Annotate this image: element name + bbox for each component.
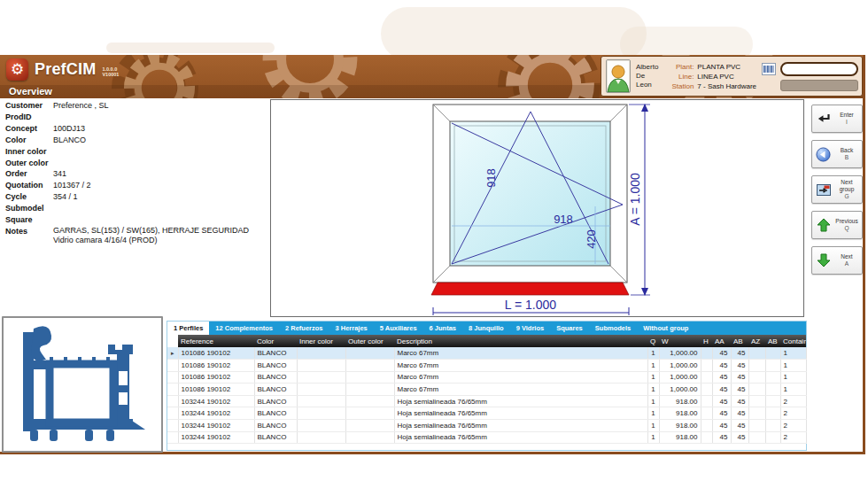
screen: ⚙ PrefCIM 1.0.0.0 V10001 Overview Albert…	[0, 0, 868, 496]
app-logo: ⚙ PrefCIM 1.0.0.0 V10001	[6, 58, 119, 81]
enter-icon	[815, 112, 832, 125]
next-group-button[interactable]: Next groupG	[811, 175, 863, 204]
dim-sash-height: 918	[484, 168, 498, 188]
parts-table: Reference Color Inner color Outer color …	[167, 335, 807, 444]
info-row-prodid: ProdID	[5, 112, 264, 123]
tab-vidrios[interactable]: 9 Vidrios	[510, 322, 551, 335]
notes-line-2: Vidrio camara 4/16/4 (PROD)	[53, 236, 157, 244]
column-header-h[interactable]: H	[701, 335, 712, 347]
column-header-inner-color[interactable]: Inner color	[297, 335, 345, 347]
column-header-ab[interactable]: AB	[731, 335, 748, 347]
user-panel: Alberto De Leon Plant: PLANTA PVC Line: …	[601, 56, 863, 97]
scan-secondary-field[interactable]	[780, 80, 858, 91]
table-row[interactable]: 101086 190102BLANCO Marco 67mm1 1,000.00…	[167, 384, 806, 396]
tab-herrajes[interactable]: 3 Herrajes	[329, 322, 373, 335]
info-row-square: Square	[5, 214, 264, 226]
tab-refuerzos[interactable]: 2 Refuerzos	[279, 322, 329, 335]
info-row-customer: CustomerPreference , SL	[5, 100, 264, 112]
barcode-icon	[762, 63, 777, 75]
dim-l-label: L = 1.000	[505, 298, 556, 312]
table-row[interactable]: 103244 190102BLANCO Hoja semialineada 76…	[167, 431, 806, 444]
plant-value: PLANTA PVC	[697, 62, 756, 72]
page-title: Overview	[9, 86, 52, 97]
column-header-ab2[interactable]: AB	[765, 335, 780, 347]
station-value: 7 - Sash Hardware	[697, 81, 756, 91]
table-row[interactable]: 101086 190102BLANCO Marco 67mm1 1,000.00…	[167, 371, 806, 384]
tab-complementos[interactable]: 12 Complementos	[209, 322, 279, 335]
info-row-cycle: Cycle354 / 1	[5, 191, 264, 203]
next-icon	[815, 253, 832, 267]
column-header-aa[interactable]: AA	[712, 335, 731, 347]
sill	[431, 283, 629, 295]
app-window: ⚙ PrefCIM 1.0.0.0 V10001 Overview Albert…	[0, 55, 865, 454]
back-button[interactable]: BackB	[811, 140, 863, 168]
previous-button[interactable]: PreviousQ	[811, 211, 863, 239]
tab-submodels[interactable]: Submodels	[589, 322, 637, 335]
order-info-panel: CustomerPreference , SL ProdID Concept10…	[5, 100, 264, 246]
column-header-outer-color[interactable]: Outer color	[345, 335, 394, 347]
column-header-description[interactable]: Description	[394, 335, 647, 347]
notes-line-1: GARRAS, SL(153) / SW(165), HERRAJE SEGUR…	[53, 226, 249, 235]
table-row[interactable]: 103244 190102BLANCO Hoja semialineada 76…	[167, 420, 806, 432]
gear-icon: ⚙	[6, 58, 28, 81]
tab-juntas[interactable]: 6 Juntas	[423, 322, 462, 335]
column-header-container[interactable]: Container	[780, 335, 806, 347]
plant-label: Plant:	[663, 62, 694, 72]
info-row-order: Order341	[5, 168, 264, 180]
column-header-color[interactable]: Color	[254, 335, 297, 347]
background-decor	[0, 0, 868, 55]
app-version: 1.0.0.0 V10001	[102, 66, 119, 77]
row-selector-icon: ▸	[167, 347, 178, 360]
table-row[interactable]: 103244 190102BLANCO Hoja semialineada 76…	[167, 407, 806, 420]
info-row-concept: Concept100DJ13	[5, 123, 264, 135]
table-row[interactable]: ▸ 101086 190102BLANCO Marco 67mm1 1,000.…	[167, 347, 806, 360]
column-header-w[interactable]: W	[659, 335, 701, 347]
window-drawing: 918 918 420 A = 1.000 L = 1.000	[271, 100, 803, 316]
user-name: Alberto De Leon	[636, 63, 658, 89]
info-row-outer-color: Outer color	[5, 158, 264, 169]
info-row-color: ColorBLANCO	[5, 135, 264, 146]
avatar	[606, 59, 631, 93]
back-icon	[815, 147, 832, 162]
info-row-notes: Notes GARRAS, SL(153) / SW(165), HERRAJE…	[5, 226, 264, 246]
table-header-row: Reference Color Inner color Outer color …	[167, 335, 806, 347]
action-button-column: EnterI BackB	[811, 105, 863, 275]
line-value: LINEA PVC	[697, 72, 756, 81]
column-header-az[interactable]: AZ	[748, 335, 765, 347]
dim-handle: 420	[585, 229, 598, 249]
scan-input[interactable]	[780, 62, 858, 76]
dim-a-label: A = 1.000	[628, 173, 642, 226]
profile-cross-section-drawing	[4, 318, 161, 451]
parts-tabbar: 1 Perfiles 12 Complementos 2 Refuerzos 3…	[167, 322, 806, 335]
station-label: Station	[663, 81, 694, 91]
info-row-inner-color: Inner color	[5, 146, 264, 158]
info-row-submodel: Submodel	[5, 203, 264, 214]
info-row-quotation: Quotation101367 / 2	[5, 180, 264, 191]
app-name: PrefCIM	[35, 60, 96, 79]
profile-section-panel	[2, 316, 163, 453]
column-header-reference[interactable]: Reference	[178, 335, 254, 347]
tab-junquillo[interactable]: 8 Junquillo	[462, 322, 510, 335]
column-header-q[interactable]: Q	[647, 335, 659, 347]
tab-squares[interactable]: Squares	[550, 322, 589, 335]
tab-without-group[interactable]: Without group	[637, 322, 694, 335]
enter-button[interactable]: EnterI	[811, 105, 863, 133]
table-row[interactable]: 101086 190102BLANCO Marco 67mm1 1,000.00…	[167, 360, 806, 372]
table-row[interactable]: 103244 190102BLANCO Hoja semialineada 76…	[167, 395, 806, 407]
previous-icon	[815, 218, 832, 232]
window-drawing-panel: 918 918 420 A = 1.000 L = 1.000	[270, 99, 804, 317]
person-icon	[607, 64, 630, 92]
next-group-icon	[815, 184, 832, 196]
dim-sash-width: 918	[554, 213, 573, 226]
tab-perfiles[interactable]: 1 Perfiles	[167, 322, 209, 335]
next-button[interactable]: NextA	[811, 246, 863, 275]
parts-table-area: 1 Perfiles 12 Complementos 2 Refuerzos 3…	[167, 321, 807, 451]
tab-auxiliares[interactable]: 5 Auxiliares	[374, 322, 423, 335]
station-info: Plant: PLANTA PVC Line: LINEA PVC Statio…	[663, 62, 756, 91]
line-label: Line:	[663, 72, 694, 81]
